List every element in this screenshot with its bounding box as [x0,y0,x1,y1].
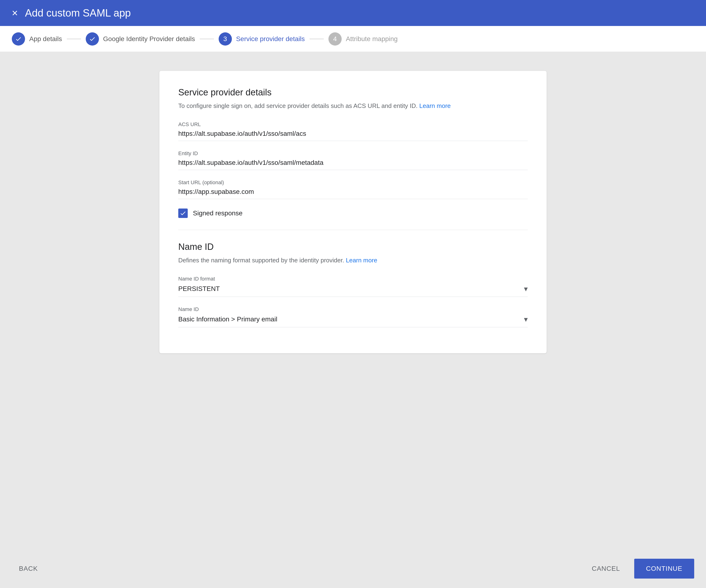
learn-more-link-2[interactable]: Learn more [346,257,377,264]
name-id-label: Name ID [178,306,528,312]
learn-more-link-1[interactable]: Learn more [419,102,451,109]
page-title: Add custom SAML app [25,7,131,19]
step-1-circle [12,32,25,46]
step-3-circle: 3 [219,32,232,46]
signed-response-checkbox[interactable] [178,208,188,218]
close-icon[interactable]: × [12,8,18,18]
back-button[interactable]: BACK [12,560,45,577]
signed-response-label: Signed response [193,209,242,217]
header: × Add custom SAML app [0,0,706,26]
acs-url-group: ACS URL https://alt.supabase.io/auth/v1/… [178,121,528,141]
entity-id-value: https://alt.supabase.io/auth/v1/sso/saml… [178,159,528,170]
step-connector-3-4 [310,39,324,39]
step-2-label: Google Identity Provider details [103,35,195,43]
step-3: 3 Service provider details [219,32,305,46]
step-3-label: Service provider details [236,35,305,43]
acs-url-label: ACS URL [178,121,528,127]
start-url-label: Start URL (optional) [178,180,528,186]
entity-id-group: Entity ID https://alt.supabase.io/auth/v… [178,150,528,170]
continue-button[interactable]: CONTINUE [634,559,694,579]
footer-left: BACK [12,560,45,577]
start-url-group: Start URL (optional) https://app.supabas… [178,180,528,199]
nameid-title: Name ID [178,242,528,252]
step-4: 4 Attribute mapping [328,32,398,46]
section-divider [178,230,528,230]
signed-response-row: Signed response [178,208,528,218]
footer-right: CANCEL CONTINUE [582,559,694,579]
step-4-circle: 4 [328,32,342,46]
acs-url-value: https://alt.supabase.io/auth/v1/sso/saml… [178,130,528,141]
step-4-label: Attribute mapping [346,35,398,43]
name-id-select[interactable]: Basic Information > Primary email ▾ [178,315,528,327]
card: Service provider details To configure si… [159,71,547,353]
name-id-value: Basic Information > Primary email [178,315,277,323]
nameid-desc: Defines the naming format supported by t… [178,257,528,264]
name-id-format-group: Name ID format PERSISTENT ▾ [178,276,528,297]
name-id-format-value: PERSISTENT [178,285,220,292]
step-2-circle [86,32,99,46]
entity-id-label: Entity ID [178,150,528,157]
step-1-label: App details [29,35,62,43]
step-connector-1-2 [67,39,81,39]
step-connector-2-3 [200,39,214,39]
section-desc: To configure single sign on, add service… [178,102,528,110]
chevron-down-icon-nameid: ▾ [524,315,528,324]
name-id-group: Name ID Basic Information > Primary emai… [178,306,528,327]
cancel-button[interactable]: CANCEL [582,560,629,577]
step-2: Google Identity Provider details [86,32,195,46]
section-title: Service provider details [178,87,528,97]
chevron-down-icon-format: ▾ [524,284,528,293]
name-id-format-label: Name ID format [178,276,528,282]
start-url-value: https://app.supabase.com [178,188,528,199]
step-1: App details [12,32,62,46]
stepper-bar: App details Google Identity Provider det… [0,26,706,52]
footer: BACK CANCEL CONTINUE [0,549,706,588]
main-content: Service provider details To configure si… [0,52,706,549]
name-id-format-select[interactable]: PERSISTENT ▾ [178,284,528,297]
